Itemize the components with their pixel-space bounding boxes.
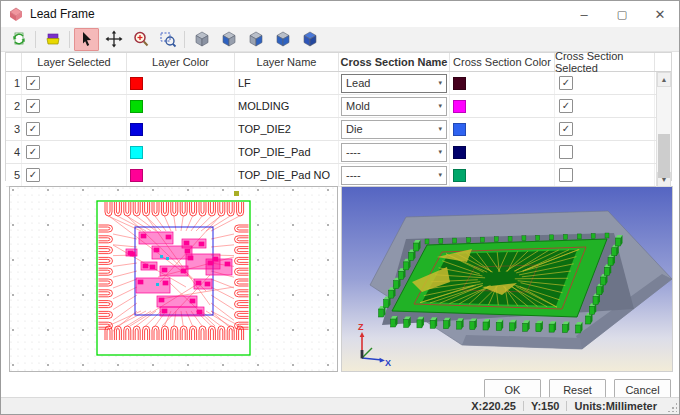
layer-name: LF [235, 77, 251, 89]
layer-selected-checkbox[interactable]: ✓ [26, 145, 40, 159]
scroll-up-arrow[interactable]: ▲ [657, 72, 671, 87]
2d-viewport[interactable] [9, 186, 338, 372]
layer-color-swatch[interactable] [130, 100, 143, 113]
cursor-icon [78, 30, 96, 48]
3d-viewport[interactable]: Z X [341, 186, 673, 372]
row-number: 1 [6, 72, 22, 94]
row-number: 3 [6, 118, 22, 140]
zoom-window-button[interactable] [155, 28, 180, 51]
chevron-down-icon: ▾ [438, 171, 442, 179]
status-x: X:220.25 [471, 400, 516, 412]
layer-palette-icon [44, 30, 62, 48]
close-button[interactable]: ✕ [641, 1, 679, 27]
view-cube-shaded-button[interactable] [297, 28, 322, 51]
cross-section-value: ---- [346, 146, 361, 158]
status-separator [523, 401, 524, 411]
status-bar: X:220.25 Y:150 Units:Millimeter [1, 397, 679, 414]
chevron-down-icon: ▾ [438, 79, 442, 87]
layer-name: TOP_DIE_Pad NO [235, 169, 330, 181]
cross-section-color-swatch[interactable] [453, 169, 466, 182]
status-separator [566, 401, 567, 411]
table-row: 3 ✓ TOP_DIE2 Die▾ ✓ [6, 118, 656, 141]
zoom-dynamic-button[interactable] [128, 28, 153, 51]
header-layer-selected: Layer Selected [22, 53, 127, 71]
layer-palette-button[interactable] [40, 28, 65, 51]
status-y: Y:150 [531, 400, 560, 412]
resize-grip[interactable] [667, 402, 677, 412]
cross-section-color-swatch[interactable] [453, 123, 466, 136]
cross-section-color-swatch[interactable] [453, 100, 466, 113]
layer-selected-checkbox[interactable]: ✓ [26, 99, 40, 113]
minimize-button[interactable]: – [565, 1, 603, 27]
zoom-icon [132, 30, 150, 48]
table-header-row: Layer Selected Layer Color Layer Name Cr… [6, 53, 671, 72]
scrollbar-thumb[interactable] [658, 134, 670, 178]
chevron-down-icon: ▾ [438, 125, 442, 133]
view-cube-front-button[interactable] [270, 28, 295, 51]
table-row: 4 ✓ TOP_DIE_Pad ----▾ [6, 141, 656, 164]
leadframe-2d-drawing [10, 187, 337, 371]
cross-section-selected-checkbox[interactable]: ✓ [559, 122, 573, 136]
cross-section-dropdown[interactable]: ----▾ [341, 143, 447, 162]
lead-frame-dialog: Lead Frame – ▢ ✕ [0, 0, 680, 415]
view-cube-bottom-button[interactable] [216, 28, 241, 51]
layer-selected-checkbox[interactable]: ✓ [26, 168, 40, 182]
view-cube-icon [301, 30, 319, 48]
window-title: Lead Frame [30, 7, 95, 21]
pan-icon [105, 30, 123, 48]
cross-section-value: Mold [346, 100, 370, 112]
view-cube-iso-button[interactable] [189, 28, 214, 51]
row-number: 4 [6, 141, 22, 163]
title-bar[interactable]: Lead Frame – ▢ ✕ [1, 1, 679, 27]
cross-section-value: Lead [346, 77, 370, 89]
leadframe-3d-render: Z X [342, 187, 672, 371]
cross-section-color-swatch[interactable] [453, 146, 466, 159]
table-scrollbar[interactable]: ▲ ▼ [656, 72, 671, 187]
pan-button[interactable] [101, 28, 126, 51]
table-row: 5 ✓ TOP_DIE_Pad NO ----▾ [6, 164, 656, 187]
layer-selected-checkbox[interactable]: ✓ [26, 122, 40, 136]
view-cube-icon [274, 30, 292, 48]
layer-color-swatch[interactable] [130, 123, 143, 136]
row-number: 5 [6, 164, 22, 186]
header-layer-color: Layer Color [127, 53, 235, 71]
cross-section-selected-checkbox[interactable] [559, 145, 573, 159]
cross-section-value: ---- [346, 169, 361, 181]
layer-table: Layer Selected Layer Color Layer Name Cr… [5, 52, 672, 181]
layer-color-swatch[interactable] [130, 169, 143, 182]
layer-color-swatch[interactable] [130, 77, 143, 90]
layer-name: TOP_DIE_Pad [235, 146, 311, 158]
table-row: 1 ✓ LF Lead▾ ✓ [6, 72, 656, 95]
header-layer-name: Layer Name [235, 53, 339, 71]
header-num [6, 53, 22, 71]
toolbar-separator [35, 31, 36, 48]
chevron-down-icon: ▾ [438, 102, 442, 110]
header-filler [655, 53, 671, 71]
zoom-window-icon [159, 30, 177, 48]
cross-section-dropdown[interactable]: Die▾ [341, 120, 447, 139]
layer-color-swatch[interactable] [130, 146, 143, 159]
toolbar [1, 27, 679, 52]
view-cube-icon [193, 30, 211, 48]
row-number: 2 [6, 95, 22, 117]
cross-section-selected-checkbox[interactable]: ✓ [559, 76, 573, 90]
toolbar-separator [69, 31, 70, 48]
cross-section-dropdown[interactable]: Mold▾ [341, 97, 447, 116]
header-cross-section-selected: Cross Section Selected [555, 53, 655, 71]
app-icon [8, 6, 24, 22]
cross-section-dropdown[interactable]: Lead▾ [341, 74, 447, 93]
cross-section-selected-checkbox[interactable] [559, 168, 573, 182]
select-cursor-button[interactable] [74, 28, 99, 51]
axis-z-label: Z [358, 322, 364, 332]
axis-x-label: X [385, 358, 391, 368]
toolbar-separator [184, 31, 185, 48]
cross-section-selected-checkbox[interactable]: ✓ [559, 99, 573, 113]
view-cube-side-button[interactable] [243, 28, 268, 51]
view-cube-icon [247, 30, 265, 48]
cross-section-color-swatch[interactable] [453, 77, 466, 90]
cross-section-dropdown[interactable]: ----▾ [341, 166, 447, 185]
maximize-button[interactable]: ▢ [603, 1, 641, 27]
reload-layers-button[interactable] [6, 28, 31, 51]
view-cube-icon [220, 30, 238, 48]
layer-selected-checkbox[interactable]: ✓ [26, 76, 40, 90]
